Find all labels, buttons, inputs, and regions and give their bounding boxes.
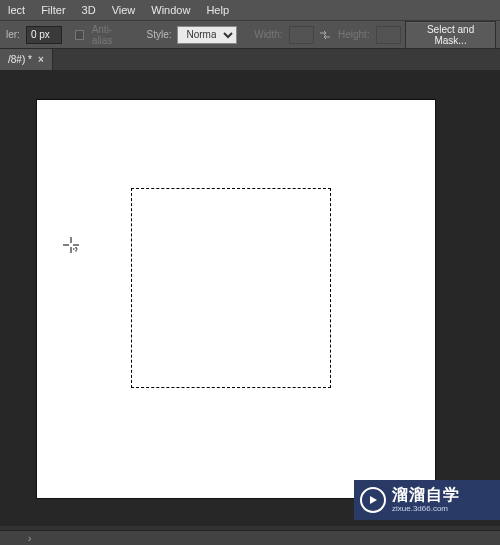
menu-item-3d[interactable]: 3D bbox=[74, 1, 104, 19]
menu-item-select[interactable]: lect bbox=[0, 1, 33, 19]
height-input[interactable] bbox=[376, 26, 401, 44]
watermark-banner: 溜溜自学 zixue.3d66.com bbox=[354, 480, 500, 520]
style-select[interactable]: Normal bbox=[177, 26, 237, 44]
document-tab-bar: /8#) * × bbox=[0, 48, 500, 70]
swap-dimensions-icon[interactable] bbox=[318, 27, 332, 43]
feather-input[interactable] bbox=[26, 26, 62, 44]
watermark-subtext: zixue.3d66.com bbox=[392, 505, 460, 513]
work-area bbox=[0, 70, 500, 530]
watermark-brand: 溜溜自学 bbox=[392, 487, 460, 503]
play-icon bbox=[360, 487, 386, 513]
width-input[interactable] bbox=[289, 26, 314, 44]
menu-item-help[interactable]: Help bbox=[198, 1, 237, 19]
menu-bar: lect Filter 3D View Window Help bbox=[0, 0, 500, 20]
options-bar: ler: Anti-alias Style: Normal Width: Hei… bbox=[0, 20, 500, 48]
marquee-selection bbox=[131, 188, 331, 388]
bottom-scrollbar[interactable] bbox=[0, 530, 500, 545]
menu-item-window[interactable]: Window bbox=[143, 1, 198, 19]
width-label: Width: bbox=[252, 29, 284, 40]
select-and-mask-button[interactable]: Select and Mask... bbox=[405, 21, 496, 49]
menu-item-filter[interactable]: Filter bbox=[33, 1, 73, 19]
feather-label: ler: bbox=[4, 29, 22, 40]
menu-item-view[interactable]: View bbox=[104, 1, 144, 19]
close-tab-icon[interactable]: × bbox=[38, 54, 44, 65]
antialias-label: Anti-alias bbox=[90, 24, 128, 46]
chevron-right-icon[interactable]: › bbox=[28, 533, 31, 544]
style-label: Style: bbox=[144, 29, 173, 40]
antialias-checkbox[interactable] bbox=[75, 30, 84, 40]
height-label: Height: bbox=[336, 29, 372, 40]
document-tab[interactable]: /8#) * × bbox=[0, 49, 53, 70]
document-tab-title: /8#) * bbox=[8, 54, 32, 65]
